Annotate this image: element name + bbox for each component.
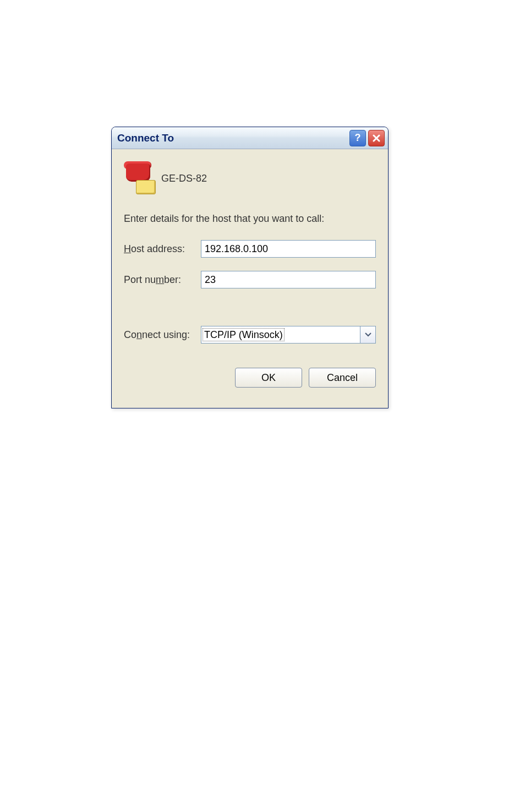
host-address-input[interactable] bbox=[201, 240, 376, 258]
ok-button[interactable]: OK bbox=[235, 368, 302, 388]
connect-using-label: Connect using: bbox=[124, 329, 201, 341]
connect-using-select[interactable]: TCP/IP (Winsock) bbox=[201, 326, 376, 344]
help-button[interactable]: ? bbox=[349, 130, 366, 146]
connection-name: GE-DS-82 bbox=[161, 173, 207, 184]
connect-using-row: Connect using: TCP/IP (Winsock) bbox=[124, 326, 376, 344]
connection-icon bbox=[124, 162, 156, 194]
close-icon bbox=[372, 134, 381, 143]
chevron-down-icon bbox=[365, 333, 371, 337]
connect-to-dialog: Connect To ? GE-DS-82 Enter details for … bbox=[111, 127, 389, 408]
dialog-buttons: OK Cancel bbox=[124, 368, 376, 388]
instruction-text: Enter details for the host that you want… bbox=[124, 213, 376, 225]
port-number-label: Port number: bbox=[124, 274, 201, 286]
connect-using-dropdown-button[interactable] bbox=[360, 326, 376, 344]
port-number-row: Port number: bbox=[124, 271, 376, 288]
connection-header: GE-DS-82 bbox=[124, 159, 376, 198]
cancel-button[interactable]: Cancel bbox=[309, 368, 376, 388]
help-icon: ? bbox=[355, 132, 361, 144]
host-address-row: Host address: bbox=[124, 240, 376, 258]
close-button[interactable] bbox=[368, 130, 385, 146]
titlebar-title: Connect To bbox=[117, 132, 347, 144]
port-number-input[interactable] bbox=[201, 271, 376, 288]
connect-using-selected: TCP/IP (Winsock) bbox=[203, 328, 285, 341]
titlebar: Connect To ? bbox=[112, 127, 388, 149]
dialog-body: GE-DS-82 Enter details for the host that… bbox=[112, 149, 388, 399]
host-address-label: Host address: bbox=[124, 243, 201, 255]
